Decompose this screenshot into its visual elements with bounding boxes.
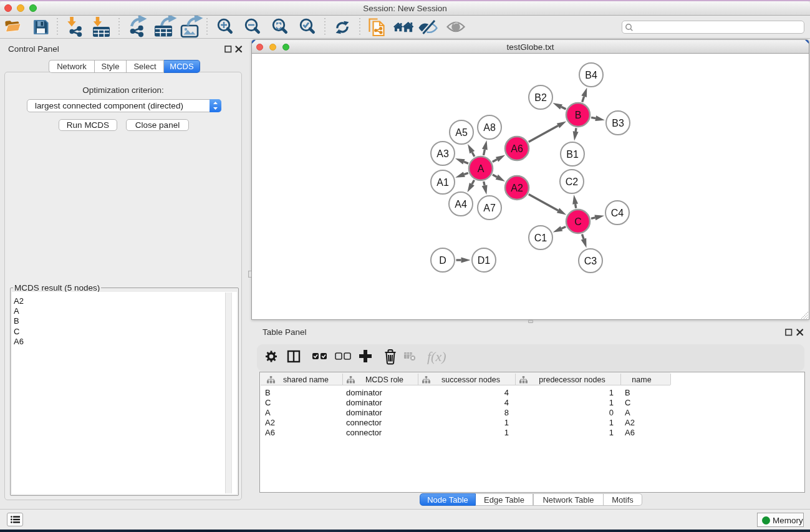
svg-text:A8: A8 (483, 122, 496, 133)
svg-text:A2: A2 (511, 183, 523, 193)
svg-text:B1: B1 (566, 149, 579, 160)
svg-text:A5: A5 (455, 127, 468, 138)
svg-text:B2: B2 (534, 92, 547, 103)
svg-text:C: C (574, 216, 582, 227)
svg-text:A1: A1 (436, 177, 449, 188)
svg-text:B: B (575, 110, 582, 120)
svg-text:A7: A7 (483, 203, 496, 213)
svg-text:D: D (439, 255, 446, 266)
svg-text:B4: B4 (585, 70, 597, 80)
svg-text:C3: C3 (584, 256, 597, 266)
svg-text:f(x): f(x) (427, 349, 446, 364)
svg-text:C2: C2 (566, 177, 579, 187)
svg-text:B3: B3 (612, 118, 624, 128)
svg-text:A: A (478, 163, 485, 174)
svg-text:A3: A3 (436, 148, 449, 159)
svg-text:C4: C4 (611, 208, 624, 218)
svg-text:A4: A4 (455, 199, 467, 210)
svg-text:C1: C1 (534, 233, 547, 243)
svg-text:D1: D1 (478, 255, 491, 266)
svg-text:A6: A6 (511, 143, 523, 154)
